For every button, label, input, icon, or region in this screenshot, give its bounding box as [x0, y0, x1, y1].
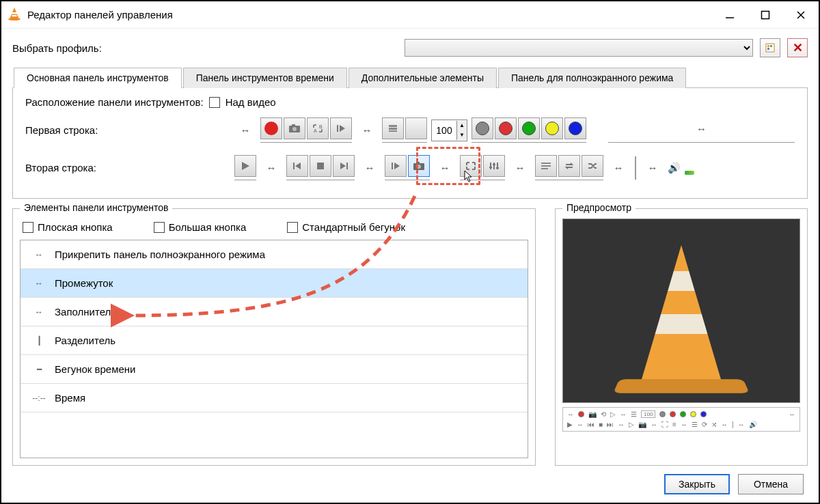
svg-marker-29 — [394, 163, 400, 169]
list-item[interactable]: --:--Время — [20, 384, 528, 412]
svg-rect-36 — [489, 167, 492, 168]
list-item[interactable]: ↔Промежуток — [20, 269, 528, 298]
spacer-icon: ↔ — [30, 250, 48, 260]
spacer-icon[interactable]: ↔ — [642, 157, 664, 179]
svg-rect-25 — [317, 163, 324, 169]
preview-toolbar: ↔ 📷 ⟲ ▷ ↔ ☰ 100 ↔ ▶↔⏮■⏭ ↔▷📷↔⛶≡ ↔☰⟳⤨↔|↔ 🔊 — [562, 407, 800, 432]
spacer-icon[interactable]: ↔ — [607, 157, 629, 179]
svg-rect-27 — [346, 163, 348, 169]
volume-slider[interactable] — [685, 171, 694, 175]
spacer-icon[interactable]: ↔ — [356, 120, 378, 141]
list-item[interactable]: ↔Прикрепить панель полноэкранного режима — [20, 240, 528, 269]
shuffle-button[interactable] — [582, 155, 603, 177]
app-icon — [7, 6, 22, 23]
big-button-checkbox[interactable] — [154, 222, 165, 233]
elements-legend: Элементы панели инструментов — [20, 202, 172, 213]
slider-label: Стандартный бегунок — [302, 221, 405, 233]
preview-legend: Предпросмотр — [562, 202, 636, 213]
svg-point-14 — [292, 127, 297, 131]
minimize-button[interactable] — [712, 1, 748, 29]
svg-text:A: A — [314, 128, 317, 133]
svg-text:B: B — [319, 124, 323, 129]
svg-point-3 — [8, 18, 20, 20]
tab-time[interactable]: Панель инструментов времени — [183, 68, 347, 88]
zoom-spinbox[interactable]: ▲▼ — [431, 120, 467, 141]
new-profile-button[interactable] — [760, 38, 780, 57]
play-button[interactable] — [234, 155, 256, 177]
above-video-label: Над видео — [226, 96, 276, 108]
svg-marker-18 — [340, 125, 345, 132]
elements-fieldset: Элементы панели инструментов Плоская кно… — [12, 208, 536, 466]
svg-rect-31 — [416, 162, 420, 164]
spacer-icon[interactable]: ↔ — [688, 117, 715, 139]
list-item[interactable]: ┃Разделитель — [20, 326, 528, 355]
svg-rect-40 — [541, 165, 551, 167]
svg-rect-37 — [493, 164, 495, 165]
spin-up[interactable]: ▲ — [457, 121, 467, 130]
separator — [635, 156, 636, 180]
zoom-value[interactable] — [432, 121, 456, 140]
svg-point-32 — [417, 165, 421, 169]
close-dialog-button[interactable]: Закрыть — [664, 474, 730, 494]
svg-rect-13 — [292, 124, 295, 126]
spacer-icon[interactable]: ↔ — [359, 157, 381, 179]
color-red[interactable] — [495, 117, 517, 139]
svg-rect-28 — [392, 163, 393, 169]
slider-checkbox[interactable] — [287, 222, 298, 233]
loop-button[interactable] — [558, 155, 580, 177]
color-blue[interactable] — [564, 117, 586, 139]
frame-step-button[interactable] — [385, 155, 407, 177]
flat-button-checkbox[interactable] — [23, 222, 33, 233]
row1-label: Первая строка: — [25, 124, 230, 136]
list-item[interactable]: ↔Заполнитель — [20, 298, 528, 326]
snapshot-button[interactable] — [284, 117, 305, 139]
color-green[interactable] — [518, 117, 540, 139]
spacer-icon[interactable]: ↔ — [260, 157, 282, 179]
cancel-button[interactable]: Отмена — [738, 474, 804, 494]
snapshot-button-selected[interactable] — [408, 155, 430, 177]
svg-rect-23 — [293, 163, 295, 169]
svg-rect-38 — [496, 167, 499, 169]
expand-icon: ↔ — [30, 307, 48, 317]
playlist-button[interactable] — [382, 117, 404, 139]
svg-rect-19 — [389, 125, 397, 127]
empty-slot[interactable] — [405, 117, 427, 139]
flat-button-label: Плоская кнопка — [38, 221, 113, 233]
spin-down[interactable]: ▼ — [457, 130, 467, 140]
window: Редактор панелей управления Выбрать проф… — [0, 0, 820, 504]
titlebar: Редактор панелей управления — [1, 1, 819, 29]
profile-select[interactable] — [405, 39, 753, 57]
spacer-icon[interactable]: ↔ — [234, 120, 256, 141]
big-button-label: Большая кнопка — [169, 221, 247, 233]
above-video-checkbox[interactable] — [209, 97, 220, 108]
svg-rect-9 — [767, 45, 769, 47]
close-button[interactable] — [783, 1, 819, 29]
maximize-button[interactable] — [748, 1, 783, 29]
vlc-cone-icon — [613, 232, 750, 402]
frame-step-button[interactable] — [330, 117, 352, 139]
next-button[interactable] — [333, 155, 355, 177]
fullscreen-button[interactable] — [460, 155, 482, 177]
content: Выбрать профиль: ✕ Основная панель инстр… — [1, 29, 819, 503]
ab-loop-button[interactable]: AB — [307, 117, 329, 139]
equalizer-button[interactable] — [483, 155, 505, 177]
preview-fieldset: Предпросмотр ↔ 📷 ⟲ ▷ ↔ ☰ 100 ↔ — [555, 208, 808, 466]
tab-fullscreen[interactable]: Панель для полноэкранного режима — [498, 68, 686, 88]
spacer-icon[interactable]: ↔ — [509, 157, 531, 179]
record-button[interactable] — [260, 117, 282, 139]
svg-marker-22 — [242, 162, 249, 170]
elements-list[interactable]: ↔Прикрепить панель полноэкранного режима… — [20, 240, 528, 458]
spacer-icon[interactable]: ↔ — [434, 157, 456, 179]
playlist-button[interactable] — [535, 155, 557, 177]
list-item[interactable]: ━Бегунок времени — [20, 355, 528, 384]
color-grey[interactable] — [472, 117, 493, 139]
delete-profile-button[interactable]: ✕ — [787, 38, 808, 57]
prev-button[interactable] — [286, 155, 308, 177]
svg-rect-2 — [12, 15, 17, 16]
tab-extra[interactable]: Дополнительные элементы — [348, 68, 497, 88]
stop-button[interactable] — [310, 155, 331, 177]
volume-icon[interactable]: 🔊 — [668, 162, 681, 174]
tab-main[interactable]: Основная панель инструментов — [14, 68, 182, 88]
time-slider-icon: ━ — [30, 365, 48, 374]
color-yellow[interactable] — [541, 117, 563, 139]
